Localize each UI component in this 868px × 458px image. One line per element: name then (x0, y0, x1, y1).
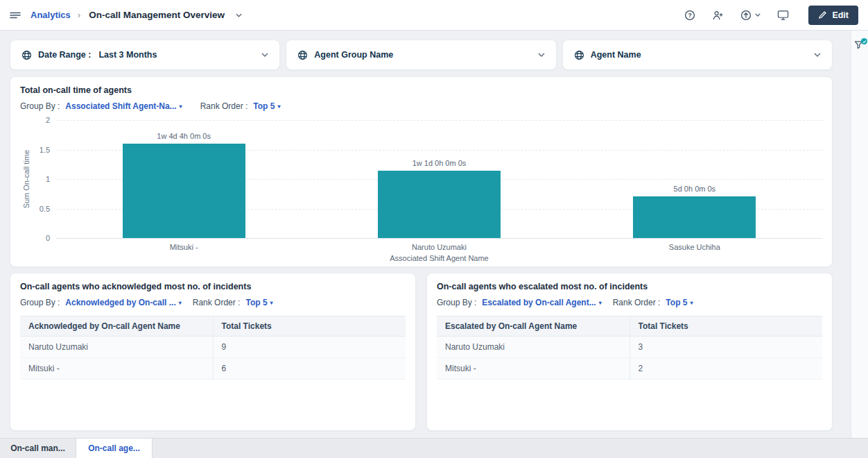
group-by-dropdown[interactable]: Acknowledged by On-call ...▾ (65, 298, 181, 307)
x-category-label: Mitsuki - (56, 243, 311, 251)
column-header: Escalated by On-call Agent Name (437, 316, 630, 337)
sheet-tabbar: On-call man... On-call age... (0, 438, 868, 458)
help-icon[interactable]: ? (684, 10, 695, 21)
chart-card-total-oncall-time: Total on-call time of agents Group By : … (10, 76, 833, 267)
export-schedule-icon (740, 10, 752, 21)
edit-button-label: Edit (832, 10, 849, 20)
bar-group: 1w 4d 4h 0m 0s (56, 120, 311, 238)
table-card-acknowledged: On-call agents who acknowledged most no.… (10, 273, 416, 431)
acknowledged-table: Acknowledged by On-call Agent Name Total… (20, 316, 406, 380)
table-controls: Group By : Acknowledged by On-call ...▾ … (20, 298, 406, 307)
rank-order-dropdown[interactable]: Top 5▾ (666, 298, 693, 307)
table-card-escalated: On-call agents who escalated most no. of… (426, 273, 833, 431)
bar[interactable] (633, 196, 756, 238)
y-axis-ticks: 2 1.5 1 0.5 0 (33, 120, 56, 238)
table-row[interactable]: Mitsuki - 2 (437, 358, 822, 380)
tables-row: On-call agents who acknowledged most no.… (10, 273, 833, 431)
title-dropdown-icon[interactable] (236, 13, 242, 17)
y-tick: 0 (46, 234, 50, 242)
rank-order-label: Rank Order : (200, 101, 248, 111)
caret-down-icon: ▾ (179, 300, 182, 306)
table-title: On-call agents who escalated most no. of… (437, 282, 822, 291)
caret-down-icon: ▾ (277, 103, 280, 110)
group-by-dropdown[interactable]: Associated Shift Agent-Na...▾ (65, 101, 182, 111)
sidebar-toggle-icon[interactable] (10, 10, 21, 20)
plot-area: 1w 4d 4h 0m 0s 1w 1d 0h 0m 0s 5d 0h 0m 0… (56, 120, 822, 238)
share-add-agent-icon[interactable] (712, 10, 724, 21)
filter-label: Agent Name (591, 50, 641, 60)
cell-agent-name: Naruto Uzumaki (437, 337, 630, 358)
table-row[interactable]: Naruto Uzumaki 9 (20, 337, 406, 358)
chart-controls: Group By : Associated Shift Agent-Na...▾… (20, 101, 822, 111)
bar[interactable] (123, 144, 245, 238)
globe-icon (574, 50, 584, 60)
pencil-icon (818, 10, 827, 19)
y-tick: 1.5 (40, 146, 50, 154)
filter-rail (851, 31, 868, 438)
group-by-label: Group By : (20, 298, 60, 307)
bar-chart: Sum On-call time 2 1.5 1 0.5 0 (20, 120, 822, 238)
bar[interactable] (378, 171, 501, 238)
cell-total-tickets: 3 (630, 337, 822, 358)
filter-agent-name[interactable]: Agent Name (562, 40, 833, 70)
group-by-label: Group By : (20, 101, 60, 111)
table-row[interactable]: Naruto Uzumaki 3 (437, 337, 822, 358)
table-controls: Group By : Escalated by On-call Agent...… (437, 298, 822, 307)
rank-order-dropdown[interactable]: Top 5▾ (245, 298, 272, 307)
x-axis-line (56, 238, 822, 239)
chart-title: Total on-call time of agents (20, 85, 822, 95)
caret-down-icon: ▾ (690, 300, 693, 306)
top-bar: Analytics › On-call Management Overview … (0, 0, 868, 31)
present-monitor-icon[interactable] (777, 10, 789, 20)
cell-agent-name: Mitsuki - (437, 358, 630, 380)
applied-filters-icon[interactable] (854, 40, 865, 51)
page-title: On-call Management Overview (89, 10, 225, 20)
rank-order-label: Rank Order : (613, 298, 661, 307)
breadcrumb-separator-icon: › (78, 10, 80, 20)
export-schedule-dropdown[interactable] (740, 10, 761, 21)
edit-button[interactable]: Edit (808, 6, 858, 25)
table-row[interactable]: Mitsuki - 6 (20, 358, 406, 380)
escalated-table: Escalated by On-call Agent Name Total Ti… (437, 316, 822, 380)
rank-order-label: Rank Order : (193, 298, 241, 307)
cell-total-tickets: 6 (213, 358, 406, 380)
cell-agent-name: Mitsuki - (20, 358, 213, 380)
svg-text:?: ? (688, 12, 692, 19)
cell-total-tickets: 2 (630, 358, 822, 380)
chevron-down-icon (755, 13, 761, 17)
bar-value-label: 5d 0h 0m 0s (674, 185, 716, 193)
rank-order-dropdown[interactable]: Top 5▾ (253, 101, 280, 111)
group-by-label: Group By : (437, 298, 476, 307)
tab-oncall-management[interactable]: On-call man... (0, 439, 76, 458)
filter-label: Agent Group Name (314, 50, 393, 60)
x-category-label: Naruto Uzumaki (311, 243, 566, 251)
x-category-label: Sasuke Uchiha (567, 243, 822, 251)
filter-agent-group[interactable]: Agent Group Name (286, 40, 556, 70)
y-tick: 2 (46, 116, 50, 124)
filter-date-range[interactable]: Date Range : Last 3 Months (10, 40, 280, 70)
x-axis-label: Associated Shift Agent Name (56, 254, 822, 262)
table-title: On-call agents who acknowledged most no.… (20, 282, 406, 291)
caret-down-icon: ▾ (180, 103, 182, 110)
column-header: Total Tickets (213, 316, 406, 337)
filters-row: Date Range : Last 3 Months Agent Group N… (10, 40, 833, 70)
filter-applied-check-icon (861, 38, 867, 44)
bar-value-label: 1w 1d 0h 0m 0s (413, 159, 467, 167)
column-header: Acknowledged by On-call Agent Name (20, 316, 213, 337)
caret-down-icon: ▾ (270, 300, 273, 306)
breadcrumb-analytics[interactable]: Analytics (31, 10, 71, 20)
chevron-down-icon (261, 53, 268, 57)
cell-total-tickets: 9 (213, 337, 406, 358)
globe-icon (297, 50, 308, 60)
analytics-dashboard: Analytics › On-call Management Overview … (0, 0, 868, 458)
y-tick: 0.5 (40, 205, 50, 213)
dashboard-content: Date Range : Last 3 Months Agent Group N… (0, 31, 851, 438)
filter-value: Last 3 Months (98, 50, 157, 60)
tab-oncall-agents[interactable]: On-call age... (76, 439, 153, 458)
bar-group: 1w 1d 0h 0m 0s (311, 120, 566, 238)
filter-label: Date Range : (38, 50, 91, 60)
cell-agent-name: Naruto Uzumaki (20, 337, 213, 358)
bar-value-label: 1w 4d 4h 0m 0s (157, 132, 211, 140)
group-by-dropdown[interactable]: Escalated by On-call Agent...▾ (482, 298, 601, 307)
chevron-down-icon (814, 53, 821, 57)
